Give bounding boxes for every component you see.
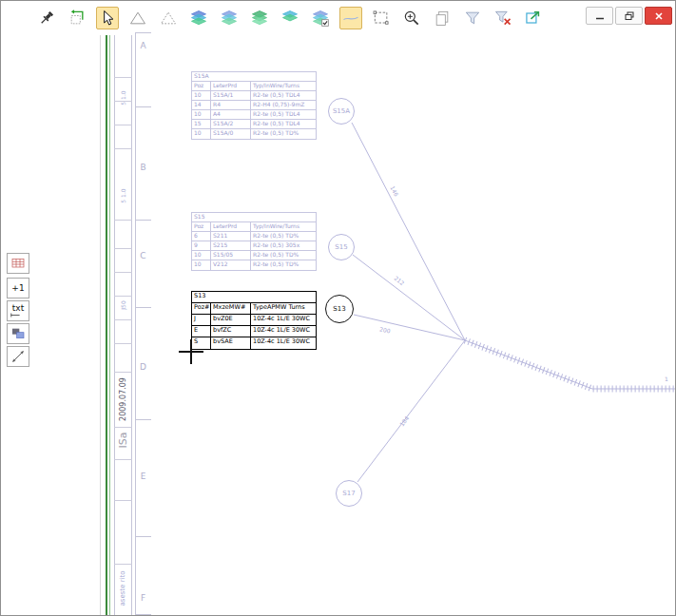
table-header-cell: Poz: [192, 222, 211, 231]
layers-a-tool-button[interactable]: [187, 7, 210, 29]
table-header-row: Poz#MxzeMW#TypeAPMW Turns: [192, 303, 316, 315]
trunk-label: 1: [665, 375, 668, 382]
table-cell: 10Z-4c 1L/E 30WC: [251, 326, 316, 337]
export-icon: [524, 9, 543, 28]
layers-b-tool-button[interactable]: [218, 7, 241, 29]
wire-length-label: 146: [389, 184, 399, 197]
table-row: SbvSAE10Z-4c 1L/E 30WC: [192, 337, 316, 349]
table-header-cell: Poz#: [192, 303, 211, 314]
titleblock-divider: [114, 343, 132, 344]
area-tool-button[interactable]: [126, 7, 149, 29]
layers4-icon: [280, 9, 299, 28]
paste-transform-tool-button[interactable]: [66, 7, 88, 29]
table-header-cell: LeterPrd: [211, 222, 251, 231]
tridash-icon: [159, 9, 178, 28]
page-edge-line: [100, 35, 101, 616]
wire-tool-button[interactable]: [339, 7, 362, 29]
table-cell: V212: [211, 260, 251, 270]
pin-tool-button[interactable]: [35, 7, 58, 29]
minimize-button[interactable]: [586, 7, 613, 25]
table-header-cell: LeterPrd: [211, 82, 251, 90]
maximize-button[interactable]: [615, 7, 643, 25]
splice-node[interactable]: S15A: [328, 98, 355, 125]
node-label: S17: [342, 490, 355, 497]
table-cell: 10: [192, 91, 211, 100]
table-row: 10S15A/1R2-te (0,5) TDL4: [192, 91, 316, 101]
tri-icon: [128, 9, 147, 28]
splice-node[interactable]: S13: [325, 295, 354, 323]
table-row: 10A4R2-te (0,5) TDL4: [192, 110, 316, 120]
close-button[interactable]: [645, 7, 672, 25]
ruler-tick: [135, 220, 151, 221]
restore-icon: [624, 10, 635, 22]
select-tool-button[interactable]: [96, 7, 119, 29]
titleblock-divider: [114, 372, 132, 373]
measure-icon: [10, 349, 26, 364]
filterx-icon: [493, 9, 512, 28]
sidetable-icon: [10, 256, 27, 271]
main-toolbar: [35, 7, 545, 29]
table-cell: 10: [192, 129, 211, 139]
table-cell: 10: [192, 110, 211, 119]
zoom-tool-button[interactable]: [400, 7, 423, 29]
table-cell: R2-te (0,5) TD%: [251, 260, 316, 270]
layerscheck-icon: [311, 9, 330, 28]
table-cell: 6: [192, 232, 211, 241]
titleblock-divider: [114, 248, 132, 249]
table-cell: S215: [211, 241, 251, 250]
titleblock-divider: [114, 220, 132, 221]
frame-side-text: 2009.07.09: [119, 377, 127, 421]
table-row: JbvZ0E10Z-4c 1L/E 30WC: [192, 315, 316, 326]
node-label: S13: [333, 305, 345, 313]
image-icon: [10, 326, 27, 341]
titleblock-divider: [114, 427, 132, 428]
copy-icon: [433, 9, 452, 28]
app-window: +1txtABCDEF5 1.05 1.0J502009.07.09ISaase…: [0, 0, 676, 616]
rotate-icon: [68, 9, 87, 28]
layers-c-tool-button[interactable]: [248, 7, 271, 29]
component-table[interactable]: S15PozLeterPrdTyp/InWire/Turns6S211R2-te…: [191, 212, 317, 271]
ruler-tick: [135, 419, 151, 420]
table-row: 10S15A/0R2-te (0,5) TD%: [192, 129, 316, 139]
filter-tool-button[interactable]: [461, 7, 484, 29]
wire-length-label: 184: [398, 414, 410, 427]
increment-label-tool-button[interactable]: +1: [7, 278, 29, 298]
component-table[interactable]: S15APozLeterPrdTyp/InWire/Turns10S15A/1R…: [191, 71, 317, 140]
pin-icon: [37, 9, 56, 28]
titleblock-divider: [114, 148, 132, 149]
splice-node[interactable]: S15: [328, 234, 355, 260]
splice-node[interactable]: S17: [336, 480, 362, 507]
table-cell: R2-te (0,5) TDL4: [251, 120, 316, 128]
image-tool-button[interactable]: [7, 323, 29, 344]
table-header-row: PozLeterPrdTyp/InWire/Turns: [192, 82, 316, 91]
table-title: S15A: [192, 72, 316, 82]
table-tool-button[interactable]: [7, 253, 29, 274]
table-cell: R4: [211, 101, 251, 109]
filter-remove-tool-button[interactable]: [492, 7, 514, 29]
titleblock-left-line: [114, 35, 115, 616]
txtline-icon: [10, 313, 26, 318]
ruler-tick: [135, 614, 151, 615]
measure-tool-button[interactable]: [7, 346, 29, 367]
text-tool-button[interactable]: txt: [7, 300, 29, 321]
crosshair-cursor: [190, 339, 192, 364]
table-cell: E: [192, 326, 211, 337]
copy-tool-button[interactable]: [431, 7, 454, 29]
table-row: 10S15/05R2-te (0,5) TD%: [192, 251, 316, 260]
zone-letter: D: [135, 362, 151, 372]
table-cell: 10Z-4c 1L/E 30WC: [251, 315, 316, 325]
zoom-icon: [402, 9, 421, 28]
export-tool-button[interactable]: [522, 7, 545, 29]
component-table[interactable]: S13Poz#MxzeMW#TypeAPMW TurnsJbvZ0E10Z-4c…: [191, 291, 317, 350]
area-dashed-tool-button[interactable]: [157, 7, 180, 29]
ruler-tick: [135, 307, 151, 308]
table-cell: S15A/2: [211, 120, 251, 128]
wire-length-label: 212: [393, 275, 405, 287]
layers-d-tool-button[interactable]: [279, 7, 301, 29]
table-cell: 9: [192, 241, 211, 250]
frame-side-text: 5 1.0: [120, 188, 126, 202]
titleblock-divider: [114, 500, 132, 501]
layers-select-tool-button[interactable]: [309, 7, 332, 29]
table-row: 15S15A/2R2-te (0,5) TDL4: [192, 120, 316, 129]
selection-frame-tool-button[interactable]: [370, 7, 393, 29]
